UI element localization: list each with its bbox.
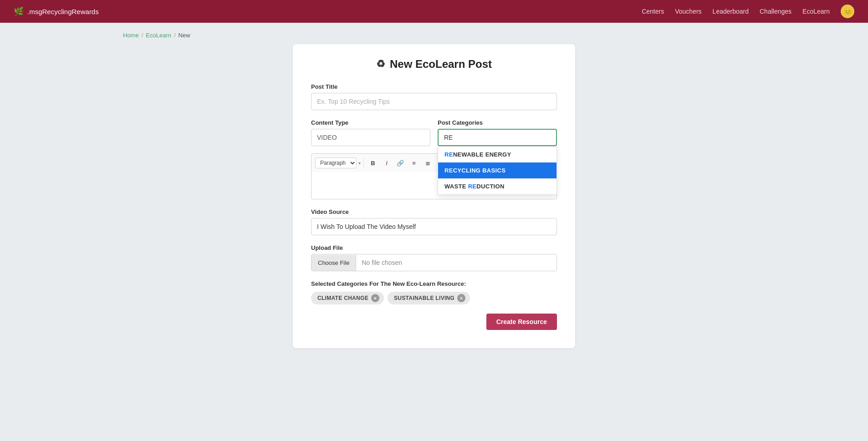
italic-btn[interactable]: I bbox=[380, 157, 393, 169]
upload-file-group: Upload File Choose File No file chosen bbox=[311, 244, 557, 271]
upload-row: Choose File No file chosen bbox=[311, 254, 557, 271]
choose-file-btn[interactable]: Choose File bbox=[311, 255, 356, 271]
breadcrumb-current: New bbox=[179, 32, 190, 39]
post-title-input[interactable] bbox=[311, 93, 557, 110]
ordered-list-btn[interactable]: ≣ bbox=[421, 157, 434, 169]
nav-vouchers[interactable]: Vouchers bbox=[675, 8, 701, 15]
bullet-list-btn[interactable]: ≡ bbox=[408, 157, 420, 169]
breadcrumb-ecolearn[interactable]: EcoLearn bbox=[146, 32, 171, 39]
post-title-label: Post Title bbox=[311, 83, 557, 90]
leaf-icon: 🌿 bbox=[14, 6, 24, 16]
dropdown-label-waste-1: WASTE bbox=[444, 183, 468, 190]
video-source-input[interactable] bbox=[311, 218, 557, 235]
paragraph-select[interactable]: Paragraph bbox=[315, 157, 357, 168]
selected-categories-group: Selected Categories For The New Eco-Lear… bbox=[311, 280, 557, 304]
highlight-re-3: RE bbox=[468, 183, 477, 190]
recycle-icon: ♻ bbox=[376, 58, 385, 70]
content-type-label: Content Type bbox=[311, 119, 430, 126]
category-tags: CLIMATE CHANGE × SUSTAINABLE LIVING × bbox=[311, 292, 557, 304]
dropdown-arrow: ▾ bbox=[358, 161, 361, 166]
upload-file-label: Upload File bbox=[311, 244, 557, 251]
dropdown-item-waste[interactable]: WASTE REDUCTION bbox=[438, 178, 557, 194]
tag-sustainable-living: SUSTAINABLE LIVING × bbox=[388, 292, 470, 304]
link-btn[interactable]: 🔗 bbox=[394, 157, 407, 169]
header: 🌿 .msgRecyclingRewards Centers Vouchers … bbox=[0, 0, 868, 23]
page-title: ♻ New EcoLearn Post bbox=[311, 58, 557, 71]
breadcrumb-sep-2: / bbox=[174, 32, 176, 39]
video-source-group: Video Source bbox=[311, 208, 557, 235]
breadcrumb: Home / EcoLearn / New bbox=[0, 23, 868, 44]
breadcrumb-sep-1: / bbox=[142, 32, 143, 39]
bold-btn[interactable]: B bbox=[367, 157, 379, 169]
dropdown-label-waste-2: DUCTION bbox=[476, 183, 504, 190]
content-category-row: Content Type Post Categories RENEWABLE E… bbox=[311, 119, 557, 146]
post-title-group: Post Title bbox=[311, 83, 557, 110]
tag-sustainable-label: SUSTAINABLE LIVING bbox=[394, 295, 454, 301]
dropdown-item-renewable[interactable]: RENEWABLE ENERGY bbox=[438, 147, 557, 162]
content-type-group: Content Type bbox=[311, 119, 430, 146]
avatar[interactable]: 😊 bbox=[841, 5, 854, 18]
tag-climate-change: CLIMATE CHANGE × bbox=[311, 292, 384, 304]
breadcrumb-home[interactable]: Home bbox=[123, 32, 139, 39]
form-card: ♻ New EcoLearn Post Post Title Content T… bbox=[293, 44, 575, 348]
highlight-re-2: RE bbox=[444, 167, 453, 174]
nav-challenges[interactable]: Challenges bbox=[760, 8, 791, 15]
video-source-label: Video Source bbox=[311, 208, 557, 215]
post-categories-label: Post Categories bbox=[438, 119, 557, 126]
highlight-re-1: RE bbox=[444, 151, 453, 158]
dropdown-label-recycling: CYCLING BASICS bbox=[453, 167, 505, 174]
tag-sustainable-close[interactable]: × bbox=[457, 294, 465, 302]
dropdown-label-renewable: NEWABLE ENERGY bbox=[453, 151, 511, 158]
nav-centers[interactable]: Centers bbox=[642, 8, 664, 15]
main-nav: Centers Vouchers Leaderboard Challenges … bbox=[642, 5, 854, 18]
post-categories-input[interactable] bbox=[438, 129, 557, 146]
nav-leaderboard[interactable]: Leaderboard bbox=[713, 8, 749, 15]
dropdown-item-recycling[interactable]: RECYCLING BASICS bbox=[438, 162, 557, 178]
nav-ecolearn[interactable]: EcoLearn bbox=[802, 8, 830, 15]
tag-climate-label: CLIMATE CHANGE bbox=[317, 295, 368, 301]
category-dropdown: RENEWABLE ENERGY RECYCLING BASICS WASTE … bbox=[438, 146, 557, 195]
post-categories-group: Post Categories RENEWABLE ENERGY RECYCLI… bbox=[438, 119, 557, 146]
brand: 🌿 .msgRecyclingRewards bbox=[14, 6, 99, 16]
file-chosen-text: No file chosen bbox=[356, 254, 557, 271]
content-type-input[interactable] bbox=[311, 129, 430, 146]
tag-climate-close[interactable]: × bbox=[371, 294, 379, 302]
category-wrapper: RENEWABLE ENERGY RECYCLING BASICS WASTE … bbox=[438, 129, 557, 146]
toolbar-sep-1 bbox=[363, 158, 364, 167]
brand-text: .msgRecyclingRewards bbox=[27, 8, 99, 15]
form-footer: Create Resource bbox=[311, 314, 557, 330]
create-resource-button[interactable]: Create Resource bbox=[486, 314, 557, 330]
selected-categories-label: Selected Categories For The New Eco-Lear… bbox=[311, 280, 557, 287]
